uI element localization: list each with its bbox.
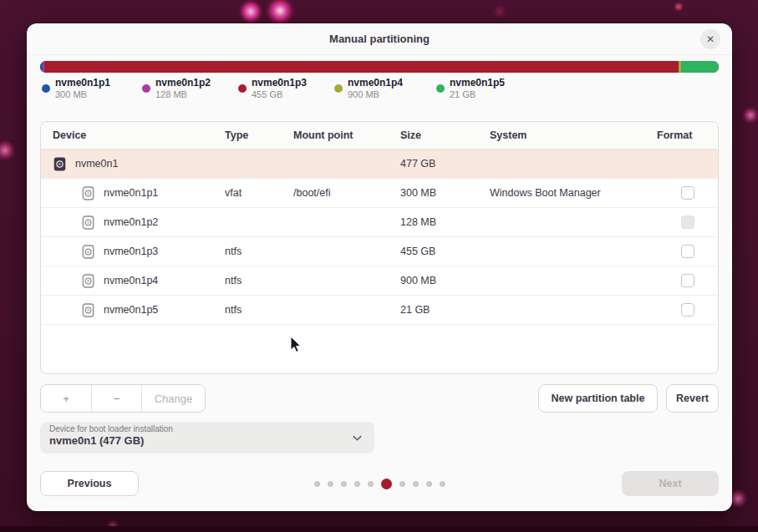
installer-window: Manual partitioning ✕ nvme0n1p1300 MBnvm… [27, 23, 732, 511]
legend-partition-size: 21 GB [450, 89, 476, 99]
bootloader-select-label: Device for boot loader installation [49, 424, 173, 433]
page-title: Manual partitioning [27, 33, 732, 45]
device-cell: nvme0n1p2 [41, 215, 225, 230]
legend-partition-name: nvme0n1p3 [252, 77, 307, 89]
device-cell: nvme0n1p5 [41, 303, 225, 317]
size-cell: 455 GB [400, 246, 490, 257]
size-cell: 21 GB [400, 304, 490, 316]
format-cell [657, 303, 718, 317]
partition-edit-controls: + − Change [40, 384, 206, 413]
titlebar: Manual partitioning ✕ [27, 23, 732, 55]
close-button[interactable]: ✕ [700, 29, 720, 49]
remove-partition-button: − [91, 385, 141, 412]
page-dot [354, 481, 360, 487]
device-name: nvme0n1p3 [104, 246, 158, 257]
format-cell [657, 215, 718, 229]
desktop-background: Manual partitioning ✕ nvme0n1p1300 MBnvm… [0, 0, 758, 532]
format-cell [657, 245, 718, 258]
close-icon: ✕ [706, 33, 715, 45]
format-checkbox[interactable] [681, 274, 694, 287]
type-cell: vfat [225, 187, 293, 199]
next-button: Next [622, 471, 719, 496]
legend-partition-name: nvme0n1p1 [55, 77, 110, 89]
format-checkbox[interactable] [681, 303, 694, 317]
format-checkbox[interactable] [681, 186, 694, 200]
bar-segment-nvme0n1p3 [44, 61, 679, 73]
device-name: nvme0n1p1 [104, 187, 158, 199]
legend-partition-name: nvme0n1p4 [348, 77, 403, 89]
firework-sparkle [674, 2, 684, 12]
column-header-mount-point: Mount point [293, 129, 400, 141]
legend-partition-size: 455 GB [252, 89, 282, 99]
device-name: nvme0n1 [75, 158, 118, 170]
legend-partition-name: nvme0n1p2 [155, 77, 211, 89]
format-cell [657, 274, 718, 287]
bootloader-select-value: nvme0n1 (477 GB) [49, 434, 144, 447]
table-row-nvme0n1p4[interactable]: nvme0n1p4ntfs900 MB [41, 266, 718, 296]
firework-sparkle [742, 107, 758, 124]
size-cell: 300 MB [400, 187, 490, 199]
table-row-nvme0n1p3[interactable]: nvme0n1p3ntfs455 GB [41, 237, 718, 266]
partition-table: DeviceTypeMount pointSizeSystemFormat nv… [40, 121, 719, 374]
drive-icon [81, 245, 95, 259]
page-dot [413, 481, 419, 487]
column-header-device: Device [41, 129, 225, 141]
format-cell [657, 186, 718, 200]
page-dot [314, 481, 320, 487]
drive-icon [81, 274, 95, 288]
drive-icon [81, 186, 95, 200]
firework-sparkle [0, 140, 15, 160]
page-dot [328, 481, 333, 487]
column-header-size: Size [400, 129, 490, 141]
size-cell: 900 MB [400, 275, 490, 286]
device-cell: nvme0n1p4 [41, 274, 225, 288]
table-row-nvme0n1p5[interactable]: nvme0n1p5ntfs21 GB [41, 296, 718, 325]
screen-bottom-strip [0, 526, 758, 532]
revert-button[interactable]: Revert [666, 384, 719, 413]
format-checkbox [681, 215, 694, 229]
device-name: nvme0n1p5 [104, 304, 158, 316]
device-cell: nvme0n1p3 [41, 245, 225, 259]
column-header-system: System [490, 129, 657, 141]
new-partition-table-button[interactable]: New partition table [538, 384, 658, 413]
legend-partition-size: 900 MB [348, 89, 379, 99]
firework-sparkle [239, 0, 262, 23]
legend-color-dot [238, 84, 247, 93]
legend-partition-size: 128 MB [155, 89, 187, 99]
partition-usage-bar [40, 61, 719, 73]
device-name: nvme0n1p2 [104, 216, 158, 228]
table-row-nvme0n1p1[interactable]: nvme0n1p1vfat/boot/efi300 MBWindows Boot… [41, 179, 718, 208]
legend-color-dot [334, 84, 343, 93]
bar-segment-nvme0n1p5 [681, 61, 719, 73]
page-dot [440, 481, 445, 487]
legend-partition-name: nvme0n1p5 [450, 77, 505, 89]
table-row-nvme0n1p2[interactable]: nvme0n1p2128 MB [41, 208, 718, 237]
table-row-nvme0n1[interactable]: nvme0n1477 GB [41, 149, 718, 179]
drive-icon [81, 215, 95, 230]
firework-sparkle [266, 0, 294, 25]
format-checkbox[interactable] [681, 245, 694, 258]
table-header-row: DeviceTypeMount pointSizeSystemFormat [41, 122, 718, 149]
change-partition-button: Change [141, 385, 205, 412]
column-header-type: Type [225, 129, 293, 141]
column-header-format: Format [657, 129, 718, 141]
disk-icon [53, 157, 67, 171]
add-partition-button: + [41, 385, 91, 412]
table-body: nvme0n1477 GBnvme0n1p1vfat/boot/efi300 M… [41, 149, 718, 325]
page-dot [399, 481, 405, 487]
device-name: nvme0n1p4 [104, 275, 158, 286]
size-cell: 128 MB [400, 216, 490, 228]
legend-color-dot [142, 84, 150, 93]
page-dot-active [381, 479, 392, 489]
page-dot [341, 481, 347, 487]
drive-icon [81, 303, 95, 317]
type-cell: ntfs [225, 304, 293, 316]
page-dot [368, 481, 374, 487]
chevron-down-icon [352, 433, 363, 443]
bootloader-device-select[interactable]: Device for boot loader installation nvme… [40, 422, 374, 453]
legend-color-dot [436, 84, 445, 93]
legend-partition-size: 300 MB [55, 89, 87, 99]
device-cell: nvme0n1p1 [41, 186, 225, 200]
legend-color-dot [42, 84, 50, 93]
page-dot [426, 481, 432, 487]
